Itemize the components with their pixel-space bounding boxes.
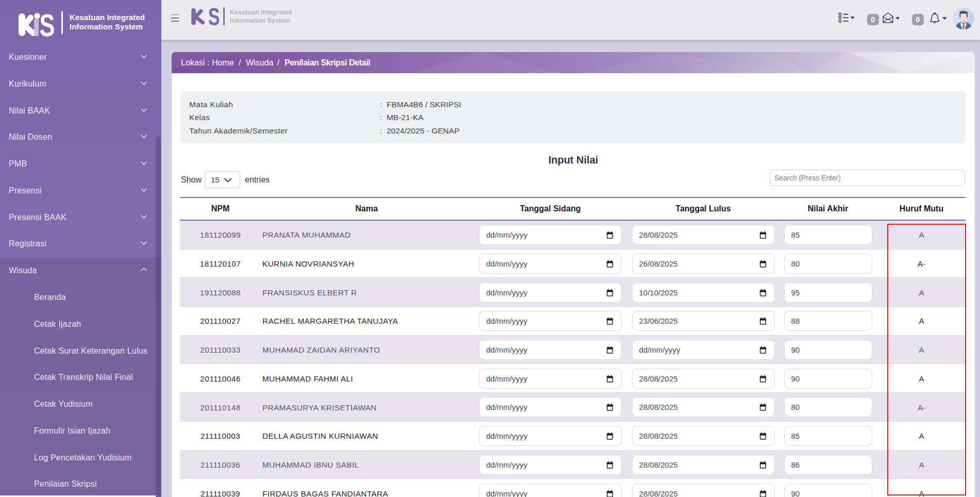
svg-text:S: S bbox=[208, 6, 220, 29]
svg-text:S: S bbox=[40, 11, 55, 41]
